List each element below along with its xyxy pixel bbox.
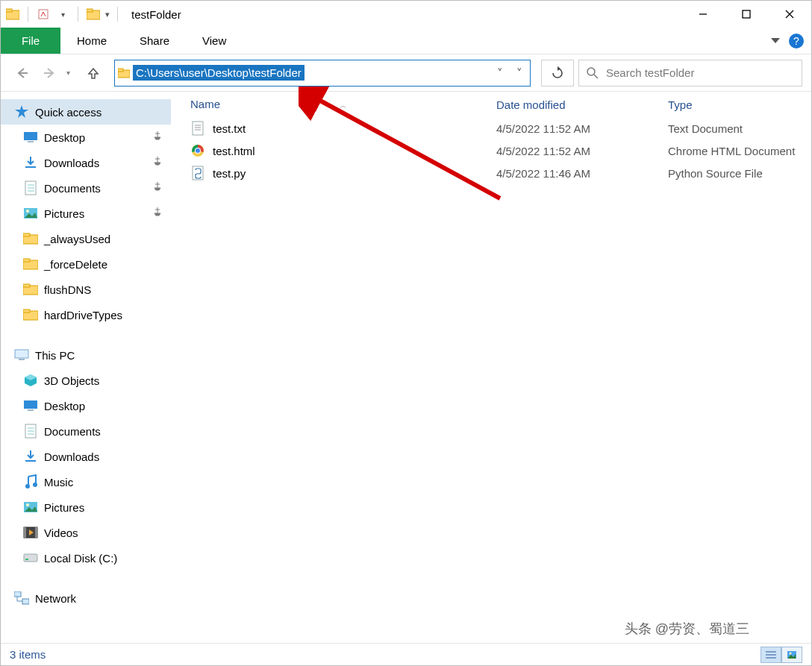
column-headers: Name︿ Date modified Type	[171, 92, 811, 117]
svg-rect-50	[24, 527, 26, 538]
sidebar-item-label: hardDriveTypes	[44, 309, 122, 321]
file-tab[interactable]: File	[1, 28, 60, 54]
sidebar-item-music[interactable]: Music	[1, 469, 171, 494]
document-icon	[23, 180, 38, 195]
divider	[28, 7, 28, 22]
divider	[78, 7, 78, 22]
ribbon-collapse-icon[interactable]	[771, 38, 780, 43]
folder-icon	[23, 307, 38, 322]
search-placeholder: Search testFolder	[606, 66, 694, 79]
tab-home[interactable]: Home	[60, 28, 123, 54]
sort-icon: ︿	[340, 101, 347, 110]
svg-rect-51	[35, 527, 37, 538]
folder-icon	[23, 231, 38, 246]
divider	[117, 7, 118, 22]
column-name[interactable]: Name︿	[183, 98, 496, 111]
sidebar-quick-access[interactable]: Quick access	[1, 99, 171, 125]
sidebar-item-downloads[interactable]: Downloads	[1, 150, 171, 175]
disk-icon	[23, 550, 38, 565]
sidebar-item-local-disk-c-[interactable]: Local Disk (C:)	[1, 545, 171, 571]
download-icon	[23, 155, 38, 170]
file-row[interactable]: test.py4/5/2022 11:46 AMPython Source Fi…	[183, 162, 811, 184]
svg-rect-4	[87, 9, 93, 12]
desktop-icon	[23, 398, 38, 413]
refresh-button[interactable]	[541, 60, 574, 87]
tab-share[interactable]: Share	[123, 28, 186, 54]
sidebar-item-downloads[interactable]: Downloads	[1, 444, 171, 469]
svg-rect-56	[22, 599, 29, 604]
file-date: 4/5/2022 11:52 AM	[496, 122, 668, 135]
svg-rect-59	[193, 122, 203, 135]
minimize-button[interactable]	[681, 1, 725, 28]
svg-point-65	[196, 148, 200, 153]
sidebar-item--forcedelete[interactable]: _forceDelete	[1, 251, 171, 277]
sidebar-item--alwaysused[interactable]: _alwaysUsed	[1, 226, 171, 251]
sidebar-item-desktop[interactable]: Desktop	[1, 393, 171, 418]
svg-rect-2	[39, 10, 48, 19]
pictures-icon	[23, 206, 38, 221]
svg-point-45	[33, 483, 37, 487]
up-button[interactable]	[81, 61, 105, 85]
maximize-button[interactable]	[725, 1, 768, 28]
annotation-credit: 头条 @劳资、蜀道三	[622, 618, 752, 639]
sidebar-item-label: Music	[44, 476, 73, 488]
sidebar-item-pictures[interactable]: Pictures	[1, 494, 171, 520]
folder-icon	[5, 7, 20, 22]
file-list[interactable]: test.txt4/5/2022 11:52 AMText Documentte…	[171, 117, 811, 643]
close-button[interactable]	[768, 1, 811, 28]
file-date: 4/5/2022 11:52 AM	[496, 145, 668, 157]
svg-rect-53	[24, 554, 37, 562]
title-overflow-icon[interactable]: ▾	[105, 10, 110, 19]
sidebar-network[interactable]: Network	[1, 585, 171, 611]
svg-rect-28	[23, 259, 30, 262]
navigation-pane[interactable]: Quick access DesktopDownloadsDocumentsPi…	[1, 92, 171, 643]
column-type[interactable]: Type	[668, 98, 811, 111]
svg-rect-17	[28, 141, 34, 142]
details-view-button[interactable]	[761, 647, 781, 663]
svg-point-48	[26, 503, 29, 506]
back-button[interactable]	[10, 61, 34, 85]
computer-icon	[14, 348, 29, 362]
sidebar-item-documents[interactable]: Documents	[1, 418, 171, 444]
svg-rect-6	[743, 10, 750, 18]
file-name: test.py	[213, 167, 246, 180]
thumbnails-view-button[interactable]	[781, 647, 802, 663]
file-row[interactable]: test.html4/5/2022 11:52 AMChrome HTML Do…	[183, 139, 811, 162]
column-date-modified[interactable]: Date modified	[496, 98, 668, 111]
address-text[interactable]: C:\Users\user\Desktop\testFolder	[133, 65, 304, 81]
ribbon-tabs: File Home Share View ?	[1, 28, 811, 54]
help-icon[interactable]: ?	[789, 34, 804, 48]
address-history-icon[interactable]: ˅	[491, 66, 509, 80]
explorer-window: ▾ ▾ testFolder File Home Share View ?	[0, 0, 812, 666]
sidebar-item-pictures[interactable]: Pictures	[1, 201, 171, 226]
sidebar-this-pc[interactable]: This PC	[1, 342, 171, 368]
sidebar-item-harddrivetypes[interactable]: hardDriveTypes	[1, 302, 171, 327]
sidebar-item-label: Videos	[44, 527, 78, 539]
qat-dropdown-icon[interactable]: ▾	[55, 7, 70, 22]
file-row[interactable]: test.txt4/5/2022 11:52 AMText Document	[183, 117, 811, 139]
title-bar: ▾ ▾ testFolder	[1, 1, 811, 28]
window-title: testFolder	[131, 8, 181, 21]
svg-marker-15	[15, 105, 28, 118]
sidebar-item-videos[interactable]: Videos	[1, 520, 171, 545]
chevron-down-icon[interactable]: ˅	[509, 66, 530, 80]
svg-rect-12	[118, 69, 123, 72]
tab-view[interactable]: View	[186, 28, 243, 54]
forward-button[interactable]	[38, 61, 62, 85]
sidebar-item-documents[interactable]: Documents	[1, 175, 171, 201]
properties-icon[interactable]	[36, 7, 51, 22]
pin-icon	[153, 157, 162, 169]
folder-title-icon	[86, 7, 101, 22]
sidebar-item-label: Documents	[44, 425, 101, 438]
music-icon	[23, 474, 38, 489]
address-bar[interactable]: C:\Users\user\Desktop\testFolder ˅ ˅	[114, 60, 531, 87]
history-dropdown-icon[interactable]: ▾	[66, 69, 77, 77]
sidebar-item-desktop[interactable]: Desktop	[1, 125, 171, 150]
sidebar-item-label: 3D Objects	[44, 374, 99, 387]
svg-line-14	[594, 75, 598, 78]
sidebar-item-flushdns[interactable]: flushDNS	[1, 277, 171, 302]
sidebar-item-3d-objects[interactable]: 3D Objects	[1, 368, 171, 393]
network-icon	[14, 591, 29, 605]
search-input[interactable]: Search testFolder	[578, 60, 802, 87]
sidebar-item-label: flushDNS	[44, 283, 91, 296]
